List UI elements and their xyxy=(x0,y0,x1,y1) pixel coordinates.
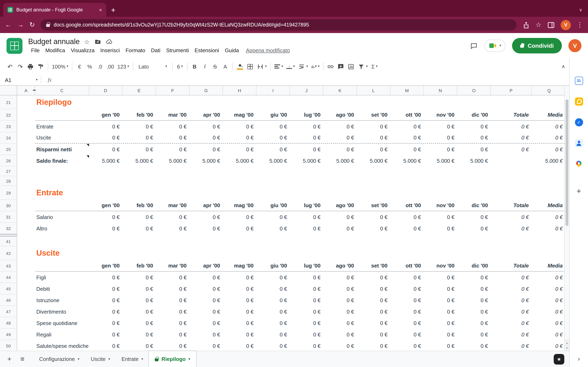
value-cell-J26[interactable]: 5.000 € xyxy=(290,155,323,166)
value-cell-D26[interactable]: 5.000 € xyxy=(89,155,122,166)
value-cell-F47[interactable]: 0 € xyxy=(156,306,190,317)
back-icon[interactable]: ← xyxy=(5,22,11,28)
cell-A43[interactable] xyxy=(17,260,35,272)
value-cell-K23[interactable]: 0 € xyxy=(323,121,357,132)
row-header-45[interactable]: 45 xyxy=(0,283,17,294)
column-header-Q[interactable]: Q xyxy=(532,86,564,95)
value-cell-H24[interactable]: 0 € xyxy=(223,132,256,143)
vertical-scrollbar[interactable]: ▴ ▾ xyxy=(564,86,569,351)
row-label-25[interactable]: Risparmi netti xyxy=(35,143,89,155)
column-header-E[interactable]: E xyxy=(122,86,156,95)
month-header-M30[interactable]: ott '00 xyxy=(390,200,424,211)
value-cell-H23[interactable]: 0 € xyxy=(223,121,256,132)
cell-A32[interactable] xyxy=(17,223,35,234)
value-cell-I23[interactable]: 0 € xyxy=(256,121,290,132)
value-cell-G48[interactable]: 0 € xyxy=(190,317,223,329)
value-cell-M44[interactable]: 0 € xyxy=(390,272,424,283)
sheet-tab-configurazione[interactable]: Configurazione▾ xyxy=(34,351,85,367)
reload-icon[interactable]: ↻ xyxy=(29,22,35,28)
value-cell-F46[interactable]: 0 € xyxy=(156,294,190,306)
row-header-48[interactable]: 48 xyxy=(0,317,17,329)
cell-C27[interactable] xyxy=(35,166,89,176)
value-cell-M50[interactable]: 0 € xyxy=(390,340,424,351)
totale-header-22[interactable]: Totale xyxy=(491,109,532,120)
collapse-toolbar-icon[interactable]: ∧ xyxy=(562,64,565,69)
value-cell-M26[interactable]: 5.000 € xyxy=(390,155,424,166)
value-cell-J48[interactable]: 0 € xyxy=(290,317,323,329)
bookmark-star-icon[interactable]: ☆ xyxy=(536,22,541,28)
column-header-K[interactable]: K xyxy=(323,86,357,95)
value-cell-F48[interactable]: 0 € xyxy=(156,317,190,329)
value-cell-F49[interactable]: 0 € xyxy=(156,329,190,340)
value-cell-L23[interactable]: 0 € xyxy=(357,121,390,132)
row-label-50[interactable]: Salute/spese mediche xyxy=(35,340,89,351)
document-title[interactable]: Budget annuale xyxy=(28,37,80,46)
text-rotation-select[interactable]: a↗▾ xyxy=(310,61,321,72)
value-cell-F32[interactable]: 0 € xyxy=(156,223,190,234)
value-cell-M23[interactable]: 0 € xyxy=(390,121,424,132)
month-header-H43[interactable]: mag '00 xyxy=(223,260,256,271)
value-cell-O46[interactable]: 0 € xyxy=(457,294,491,306)
value-cell-O48[interactable]: 0 € xyxy=(457,317,491,329)
value-cell-L49[interactable]: 0 € xyxy=(357,329,390,340)
row-label-49[interactable]: Regali xyxy=(35,329,89,340)
value-cell-D23[interactable]: 0 € xyxy=(89,121,122,132)
hidden-column-marker[interactable]: ◂▸ xyxy=(33,89,36,92)
value-cell-E47[interactable]: 0 € xyxy=(122,306,156,317)
value-cell-G23[interactable]: 0 € xyxy=(190,121,223,132)
value-cell-M31[interactable]: 0 € xyxy=(390,211,424,223)
value-cell-G49[interactable]: 0 € xyxy=(190,329,223,340)
column-header-F[interactable]: F xyxy=(156,86,190,95)
cell-A30[interactable] xyxy=(17,200,35,211)
value-cell-F24[interactable]: 0 € xyxy=(156,132,190,143)
media-cell-47[interactable]: 0 € xyxy=(532,306,564,317)
row-header-47[interactable]: 47 xyxy=(0,306,17,317)
media-cell-46[interactable]: 0 € xyxy=(532,294,564,306)
column-header-J[interactable]: J xyxy=(290,86,323,95)
decrease-decimal-button[interactable]: .0 xyxy=(95,61,105,72)
month-header-F30[interactable]: mar '00 xyxy=(156,200,190,211)
value-cell-L32[interactable]: 0 € xyxy=(357,223,390,234)
value-cell-E25[interactable]: 0 € xyxy=(122,143,156,155)
month-header-L22[interactable]: set '00 xyxy=(357,109,390,120)
text-color-button[interactable]: A xyxy=(220,61,230,72)
month-header-J43[interactable]: lug '00 xyxy=(290,260,323,271)
cell-A49[interactable] xyxy=(17,329,35,340)
cell-A45[interactable] xyxy=(17,283,35,294)
totale-cell-47[interactable]: 0 € xyxy=(491,306,532,317)
value-cell-L44[interactable]: 0 € xyxy=(357,272,390,283)
value-cell-L26[interactable]: 5.000 € xyxy=(357,155,390,166)
value-cell-N26[interactable]: 5.000 € xyxy=(424,155,457,166)
value-cell-L45[interactable]: 0 € xyxy=(357,283,390,294)
last-modified-link[interactable]: Appena modificato xyxy=(246,47,290,53)
value-cell-N50[interactable]: 0 € xyxy=(424,340,457,351)
cell-A44[interactable] xyxy=(17,272,35,283)
column-header-L[interactable]: L xyxy=(357,86,390,95)
media-cell-50[interactable]: 0 € xyxy=(532,340,564,351)
month-header-L43[interactable]: set '00 xyxy=(357,260,390,271)
totale-cell-48[interactable]: 0 € xyxy=(491,317,532,329)
insert-link-button[interactable] xyxy=(326,61,336,72)
column-header-M[interactable]: M xyxy=(390,86,424,95)
value-cell-E45[interactable]: 0 € xyxy=(122,283,156,294)
row-header-46[interactable]: 46 xyxy=(0,294,17,306)
horizontal-align-select[interactable]: ▾ xyxy=(273,61,285,72)
value-cell-E48[interactable]: 0 € xyxy=(122,317,156,329)
value-cell-E49[interactable]: 0 € xyxy=(122,329,156,340)
value-cell-G47[interactable]: 0 € xyxy=(190,306,223,317)
browser-profile-avatar[interactable]: V xyxy=(561,20,571,30)
totale-cell-46[interactable]: 0 € xyxy=(491,294,532,306)
totale-cell-23[interactable]: 0 € xyxy=(491,121,532,132)
cell-A22[interactable] xyxy=(17,109,35,121)
media-cell-26[interactable]: 5.000 € xyxy=(532,155,564,166)
format-percent-button[interactable]: % xyxy=(85,61,95,72)
value-cell-K32[interactable]: 0 € xyxy=(323,223,357,234)
value-cell-O47[interactable]: 0 € xyxy=(457,306,491,317)
value-cell-I25[interactable]: 0 € xyxy=(256,143,290,155)
row-header-23[interactable]: 23 xyxy=(0,121,17,132)
tasks-icon[interactable]: ✓ xyxy=(574,118,583,127)
browser-tab[interactable]: Budget annuale - Fogli Google × xyxy=(3,3,106,17)
cell-C30[interactable] xyxy=(35,200,89,211)
value-cell-I32[interactable]: 0 € xyxy=(256,223,290,234)
new-tab-button[interactable]: + xyxy=(111,7,115,14)
